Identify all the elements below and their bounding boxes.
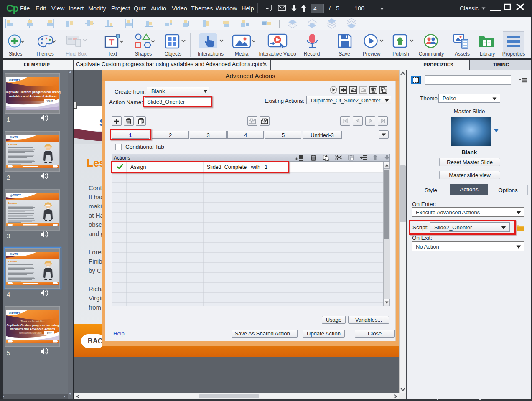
svg-text:Captivate Custom progress bar: Captivate Custom progress bar using: [7, 324, 59, 327]
svg-text:1: 1: [7, 116, 10, 123]
svg-text:3: 3: [7, 232, 10, 239]
svg-text:4: 4: [7, 291, 10, 298]
svg-text:swiftelearningservices.com: swiftelearningservices.com: [19, 332, 42, 334]
svg-text:variables and Advanced Actions: variables and Advanced Actions: [10, 327, 55, 330]
svg-text:EXIT: EXIT: [47, 332, 51, 335]
svg-text:◎SWIFT: ◎SWIFT: [9, 78, 21, 81]
svg-text:◎SWIFT: ◎SWIFT: [10, 135, 21, 138]
svg-text:◎SWIFT: ◎SWIFT: [9, 311, 21, 315]
svg-text:START: START: [46, 100, 53, 102]
svg-text:2: 2: [7, 174, 10, 181]
svg-text:Lesson: Lesson: [8, 143, 17, 146]
svg-text:variables and Advanced Actions: variables and Advanced Actions: [9, 94, 57, 98]
svg-text:Thank you for watching: Thank you for watching: [21, 320, 45, 322]
svg-text:5: 5: [7, 349, 10, 356]
svg-text:T: T: [109, 37, 115, 47]
svg-text:Captivate Custom progress bar: Captivate Custom progress bar using: [5, 90, 61, 94]
